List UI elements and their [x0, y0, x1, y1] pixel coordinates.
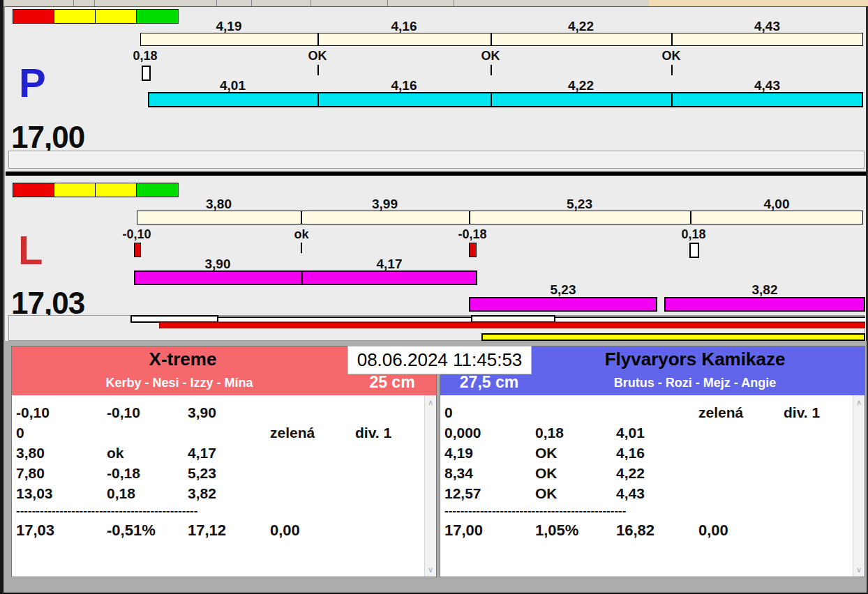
gate-tick [301, 243, 302, 253]
table-cell: zelená [270, 422, 355, 443]
lane-l-run-bar-2a [469, 297, 657, 312]
bar-segment-divider [491, 33, 492, 45]
split-time: 4,22 [491, 78, 671, 93]
lane-p-footer-strip [8, 151, 865, 169]
scroll-up-icon[interactable]: ∧ [853, 397, 865, 408]
table-cell: 3,90 [188, 402, 270, 422]
table-row: 3,80 ok 4,17 [12, 443, 436, 463]
table-cell [698, 443, 784, 463]
table-cell [535, 402, 616, 422]
table-cell: 4,17 [188, 443, 270, 463]
fault-marker [469, 243, 477, 257]
lane-l-split-bar [137, 211, 863, 224]
jump-height: 25 cm [347, 373, 437, 392]
table-row: 13,03 0,18 3,82 [12, 483, 436, 503]
top-strip-divider [216, 0, 217, 6]
lane-divider [6, 172, 867, 176]
table-row: 0 zelená div. 1 [12, 422, 436, 443]
table-cell [698, 483, 784, 503]
gate-mark: OK [290, 49, 345, 63]
split-time: 4,43 [671, 19, 863, 34]
table-cell [698, 463, 784, 483]
gate-mark: -0,10 [109, 227, 165, 242]
table-cell: -0,10 [107, 402, 188, 422]
scroll-down-icon[interactable]: ∨ [425, 564, 436, 575]
scrollbar-left-panel[interactable]: ∧ ∨ [424, 395, 436, 577]
table-row: 0,000 0,18 4,01 [440, 422, 865, 443]
light-yellow-icon [54, 183, 96, 197]
table-cell: 0,000 [444, 422, 535, 443]
light-green-icon [137, 183, 178, 197]
table-cell [698, 422, 784, 443]
table-cell: 4,16 [616, 443, 698, 463]
table-cell [616, 402, 698, 422]
bar-segment-divider [671, 33, 673, 45]
light-red-icon [13, 183, 54, 197]
table-cell: 4,43 [616, 483, 698, 503]
team-name: X-treme [12, 349, 354, 370]
timeline-yellow-bar [481, 333, 865, 341]
window-top-strip [0, 0, 868, 7]
bar-segment-divider [301, 211, 302, 224]
table-cell [270, 402, 355, 422]
top-strip-divider [387, 0, 388, 6]
lane-l-run-bar-2b [664, 297, 865, 312]
top-strip-divider [310, 0, 311, 6]
flyball-timing-window: P 4,19 4,16 4,22 4,43 0,18 OK OK OK 4,01… [0, 0, 868, 594]
scroll-up-icon[interactable]: ∧ [425, 397, 436, 408]
bar-segment-divider [301, 272, 303, 284]
table-cell: 4,19 [444, 443, 535, 463]
light-red-icon [13, 10, 54, 23]
light-yellow-icon [96, 10, 137, 23]
table-cell: OK [535, 463, 616, 483]
table-cell: 0 [16, 422, 107, 443]
team-dogs: Brutus - Rozi - Mejz - Angie [531, 376, 859, 390]
fault-marker [134, 243, 141, 257]
split-time: 4,00 [690, 197, 863, 212]
gate-mark: OK [643, 49, 699, 63]
lane-p-split-bar [140, 33, 863, 46]
start-lights-l [13, 183, 179, 197]
split-time: 4,22 [491, 19, 671, 34]
team-panel-right: Flyvaryors Kamikaze Brutus - Rozi - Mejz… [440, 346, 865, 577]
lane-l-run-bar-1 [134, 271, 477, 285]
table-cell: OK [535, 483, 616, 503]
table-cell: -0,18 [107, 463, 188, 483]
timeline-red-bar [159, 322, 865, 328]
table-row: -0,10 -0,10 3,90 [12, 402, 436, 422]
split-time: 4,19 [140, 19, 317, 34]
gate-mark: ok [274, 227, 329, 242]
table-divider: ----------------------------------------… [440, 503, 865, 519]
timestamp: 08.06.2024 11:45:53 [347, 346, 532, 374]
top-strip-divider [73, 0, 74, 6]
split-time: 4,17 [301, 257, 477, 272]
table-divider: ----------------------------------------… [12, 503, 436, 519]
bar-segment-divider [469, 211, 470, 224]
table-cell: -0,51% [107, 519, 188, 542]
gate-tick [671, 65, 673, 75]
lane-p-run-bar [148, 92, 863, 107]
split-time: 4,16 [317, 78, 491, 93]
top-strip-tan-region [649, 0, 868, 6]
table-cell: 0,18 [535, 422, 616, 443]
split-time: 5,23 [469, 282, 657, 298]
scroll-down-icon[interactable]: ∨ [853, 564, 865, 575]
scrollbar-right-panel[interactable]: ∧ ∨ [853, 395, 865, 577]
team-dogs: Kerby - Nesi - Izzy - Mína [12, 376, 347, 390]
table-total-row: 17,00 1,05% 16,82 0,00 [440, 519, 865, 542]
top-strip-divider [454, 0, 454, 6]
table-cell: 4,22 [616, 463, 698, 483]
table-cell: ok [107, 443, 188, 463]
table-cell: 13,03 [16, 483, 107, 503]
table-row: 12,57 OK 4,43 [440, 483, 865, 503]
table-row: 4,19 OK 4,16 [440, 443, 865, 463]
table-cell: zelená [698, 402, 784, 422]
table-cell: 1,05% [535, 519, 616, 542]
table-row: 7,80 -0,18 5,23 [12, 463, 436, 483]
table-row: 8,34 OK 4,22 [440, 463, 865, 483]
top-strip-divider [94, 0, 95, 6]
table-cell: 17,12 [188, 519, 270, 542]
table-cell: -0,10 [16, 402, 107, 422]
table-cell: 3,80 [16, 443, 107, 463]
table-cell: OK [535, 443, 616, 463]
